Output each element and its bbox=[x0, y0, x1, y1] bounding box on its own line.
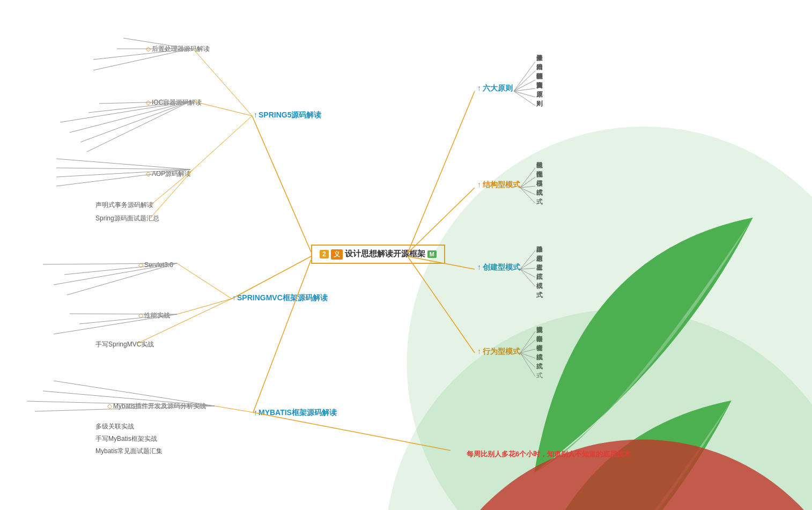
sub-mybatis-duoji: 多级关联实战 bbox=[95, 422, 134, 431]
springmvc-title: ↑SPRINGMVC框架源码解读 bbox=[232, 293, 328, 303]
sub-mybatis-shouxie: 手写MyBatis框架实战 bbox=[95, 434, 157, 444]
leaf-jiegou-5: 组合模式 bbox=[536, 161, 543, 197]
sub-aop: ◇AOP源码解读 bbox=[146, 169, 191, 179]
sub-xingneng: ◇性能实战 bbox=[138, 311, 170, 320]
sub-ioc: ◇IOC容器源码解读 bbox=[146, 98, 202, 107]
branch-jiegou: ↑结构型模式 bbox=[477, 180, 520, 190]
sub-houzhi: ◇后置处理器源码解读 bbox=[146, 45, 210, 54]
sub-servlet30: ◇Servlet3.0 bbox=[138, 261, 173, 269]
mybatis-title: ↑MYBATIS框架源码解读 bbox=[254, 408, 337, 418]
leaf-cj-5: 静态工厂模式 bbox=[536, 245, 543, 300]
sub-shengming: 声明式事务源码解读 bbox=[95, 201, 153, 210]
center-badge1: 2 bbox=[320, 250, 329, 258]
branch-liuda: ↑六大原则 bbox=[477, 84, 513, 93]
arrow-xingwei: ↑ bbox=[477, 347, 481, 356]
branch-xingwei-label: 行为型模式 bbox=[483, 347, 520, 356]
bottom-text: 每周比别人多花6个小时，知道别人不知道的底层技术 bbox=[467, 449, 631, 459]
center-badge3: M bbox=[427, 250, 437, 258]
center-node: 2义设计思想解读开源框架M bbox=[311, 245, 445, 264]
branch-xingwei: ↑行为型模式 bbox=[477, 347, 520, 357]
sub-mybatis-plugin: ◇Mybatis插件开发及源码分析实战 bbox=[107, 402, 206, 411]
arrow-liuda: ↑ bbox=[477, 84, 481, 92]
sub-mybatis-mianshi: Mybatis常见面试题汇集 bbox=[95, 447, 163, 456]
center-title: 设计思想解读开源框架 bbox=[345, 249, 425, 258]
sub-shouxie-mvc: 手写SpringMVC实战 bbox=[95, 340, 154, 349]
svg-point-1 bbox=[385, 309, 812, 510]
arrow-jiegou: ↑ bbox=[477, 180, 481, 189]
branch-chuangjian-label: 创建型模式 bbox=[483, 263, 520, 271]
branch-jiegou-label: 结构型模式 bbox=[483, 180, 520, 189]
spring5-title: ↑SPRING5源码解读 bbox=[254, 110, 321, 120]
arrow-chuangjian: ↑ bbox=[477, 263, 481, 271]
leaf-xw-6: 访问者模式 bbox=[536, 326, 543, 371]
center-badge2: 义 bbox=[331, 249, 343, 260]
sub-spring-mianshi: Spring源码面试题汇总 bbox=[95, 214, 159, 223]
branch-chuangjian: ↑创建型模式 bbox=[477, 263, 520, 272]
leaf-liuda-6: 迪米特法则 bbox=[536, 54, 543, 99]
branch-liuda-label: 六大原则 bbox=[483, 84, 513, 92]
